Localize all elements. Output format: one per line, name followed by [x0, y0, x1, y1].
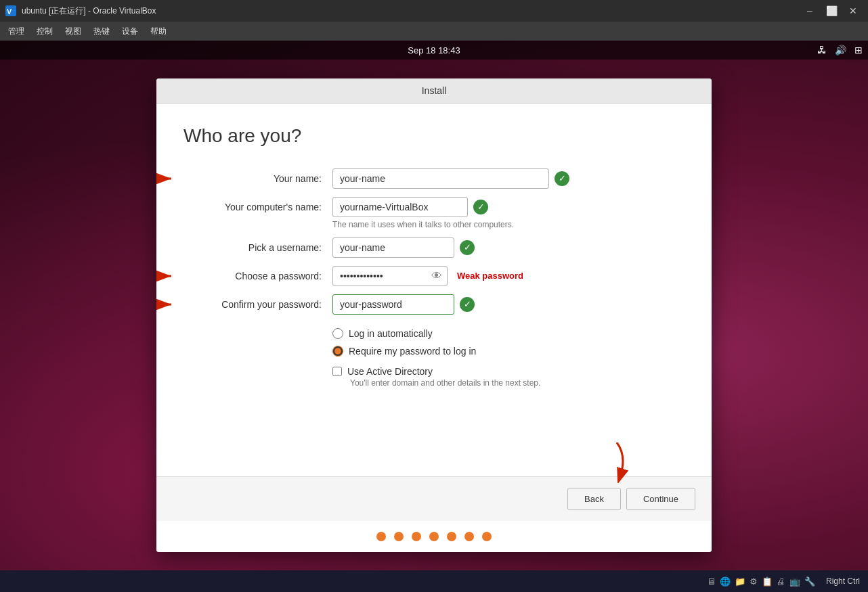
menu-manage[interactable]: 管理 [3, 24, 30, 39]
active-directory-checkbox[interactable] [332, 367, 342, 376]
your-name-row: Your name: ✓ [183, 168, 685, 189]
computer-name-check: ✓ [473, 200, 488, 214]
svg-text:V: V [7, 7, 12, 16]
vbox-icon: V [5, 5, 16, 16]
computer-name-hint: The name it uses when it talks to other … [332, 220, 685, 229]
titlebar-title: ubuntu [正在运行] - Oracle VirtualBox [22, 5, 156, 17]
login-options: Log in automatically Require my password… [332, 328, 685, 388]
menu-device[interactable]: 设备 [116, 24, 144, 39]
password-input-wrap: 👁 Weak password [332, 266, 685, 286]
dialog-title: Install [422, 85, 447, 96]
arrow-password [156, 268, 177, 284]
taskbar-bottom: 🖥 🌐 📁 ⚙ 📋 🖨 📺 🔧 Right Ctrl [0, 570, 868, 592]
computer-name-row: Your computer's name: ✓ [183, 197, 685, 217]
taskbar-icon-7: 📺 [789, 576, 800, 587]
menubar: 管理 控制 视图 热键 设备 帮助 [0, 22, 868, 41]
require-password-row: Require my password to log in [332, 346, 685, 357]
dialog-body: Who are you? [156, 104, 712, 476]
password-row: Choose a password: 👁 Weak password [183, 266, 685, 286]
form-section: Your name: ✓ Your computer's name: ✓ The… [183, 168, 685, 388]
titlebar-left: V ubuntu [正在运行] - Oracle VirtualBox [5, 5, 156, 17]
username-row: Pick a username: ✓ [183, 237, 685, 258]
require-password-radio[interactable] [332, 346, 343, 357]
taskbar-icon-3: 📁 [735, 576, 745, 587]
back-button[interactable]: Back [567, 488, 621, 510]
minimize-button[interactable]: – [800, 1, 819, 20]
titlebar: V ubuntu [正在运行] - Oracle VirtualBox – ⬜ … [0, 0, 868, 22]
active-directory-hint: You'll enter domain and other details in… [350, 378, 685, 388]
network-icon: 🖧 [817, 45, 827, 55]
taskbar-icon-6: 🖨 [777, 576, 785, 587]
clockbar: Sep 18 18:43 🖧 🔊 ⊞ [0, 41, 868, 60]
display-icon: ⊞ [854, 45, 863, 55]
titlebar-controls: – ⬜ ✕ [800, 1, 863, 20]
dot-7 [482, 532, 492, 541]
audio-icon: 🔊 [835, 45, 846, 55]
username-check: ✓ [460, 240, 475, 255]
menu-hotkey[interactable]: 热键 [88, 24, 115, 39]
menu-view[interactable]: 视图 [60, 24, 87, 39]
menu-control[interactable]: 控制 [31, 24, 58, 39]
menu-help[interactable]: 帮助 [145, 24, 172, 39]
active-directory-row: Use Active Directory [332, 366, 685, 377]
continue-arrow [603, 442, 630, 486]
active-directory-label[interactable]: Use Active Directory [347, 366, 433, 377]
close-button[interactable]: ✕ [844, 1, 863, 20]
taskbar-icon-4: ⚙ [750, 576, 758, 587]
dot-2 [394, 532, 404, 541]
log-in-auto-radio[interactable] [332, 328, 343, 339]
your-name-input-wrap: ✓ [332, 168, 685, 189]
taskbar-icon-5: 📋 [762, 576, 773, 587]
dot-5 [447, 532, 456, 541]
confirm-password-label: Confirm your password: [183, 299, 332, 310]
log-in-auto-label[interactable]: Log in automatically [349, 328, 433, 339]
confirm-password-input-wrap: ✓ [332, 294, 685, 315]
require-password-label[interactable]: Require my password to log in [349, 346, 476, 357]
arrow-name [156, 170, 177, 187]
right-ctrl-label: Right Ctrl [826, 576, 860, 586]
computer-name-label: Your computer's name: [183, 202, 332, 212]
active-directory-section: Use Active Directory You'll enter domain… [332, 366, 685, 388]
your-name-label: Your name: [183, 173, 332, 184]
dot-1 [376, 532, 386, 541]
username-label: Pick a username: [183, 242, 332, 253]
password-label: Choose a password: [183, 271, 332, 281]
username-input-wrap: ✓ [332, 237, 685, 258]
clockbar-right: 🖧 🔊 ⊞ [817, 45, 863, 55]
dot-3 [412, 532, 421, 541]
confirm-password-row: Confirm your password: ✓ [183, 294, 685, 315]
maximize-button[interactable]: ⬜ [822, 1, 841, 20]
log-in-auto-row: Log in automatically [332, 328, 685, 339]
your-name-input[interactable] [332, 168, 549, 189]
password-visibility-toggle[interactable]: 👁 [431, 270, 442, 282]
taskbar-icon-1: 🖥 [707, 576, 716, 587]
password-input[interactable] [332, 266, 448, 286]
page-title: Who are you? [183, 125, 685, 147]
dialog-titlebar: Install [156, 78, 712, 104]
taskbar-icon-8: 🔧 [804, 576, 815, 587]
arrow-confirm [156, 296, 177, 313]
confirm-password-check: ✓ [460, 297, 475, 312]
continue-button[interactable]: Continue [626, 488, 695, 510]
computer-name-input[interactable] [332, 197, 468, 217]
install-dialog: Install Who are you? [156, 78, 712, 552]
password-strength-label: Weak password [457, 271, 523, 281]
taskbar-icon-2: 🌐 [720, 576, 731, 587]
dot-4 [429, 532, 439, 541]
username-input[interactable] [332, 237, 454, 258]
your-name-check: ✓ [555, 171, 569, 186]
clock-text: Sep 18 18:43 [408, 45, 460, 55]
content-area: Install Who are you? [0, 60, 868, 570]
computer-name-input-wrap: ✓ [332, 197, 685, 217]
progress-dots [156, 521, 712, 552]
dot-6 [464, 532, 474, 541]
taskbar-icons: 🖥 🌐 📁 ⚙ 📋 🖨 📺 🔧 [707, 576, 815, 587]
confirm-password-input[interactable] [332, 294, 454, 315]
